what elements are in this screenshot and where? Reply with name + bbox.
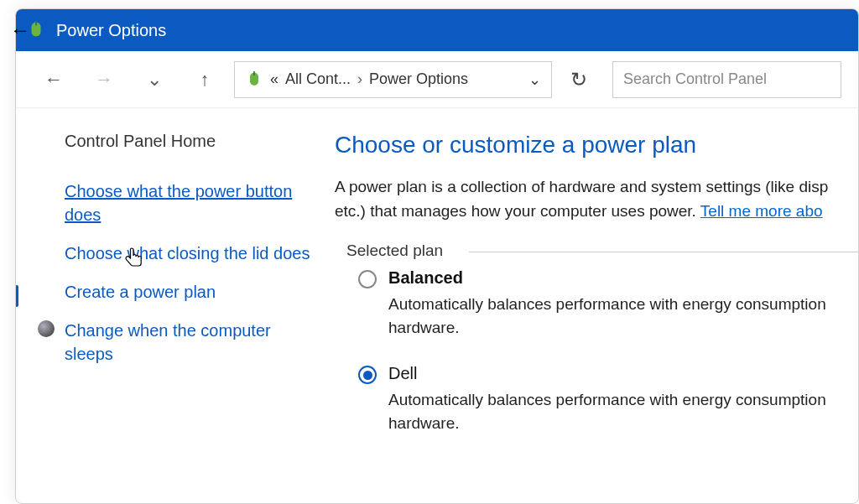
power-options-icon bbox=[245, 70, 263, 89]
power-plan-option[interactable]: Dell Automatically balances performance … bbox=[358, 357, 858, 453]
titlebar[interactable]: Power Options bbox=[16, 9, 858, 51]
control-panel-home-link[interactable]: Control Panel Home bbox=[65, 132, 320, 151]
selected-plan-group: Selected plan Balanced Automatically bal… bbox=[335, 243, 858, 453]
page-description: A power plan is a collection of hardware… bbox=[335, 175, 858, 223]
plan-name: Dell bbox=[388, 364, 858, 383]
window-title: Power Options bbox=[56, 21, 166, 40]
chevron-right-icon: › bbox=[357, 70, 362, 88]
nav-history-dropdown[interactable]: ⌄ bbox=[133, 61, 175, 98]
refresh-button[interactable]: ↻ bbox=[560, 61, 597, 98]
group-divider bbox=[469, 252, 858, 252]
radio-dell[interactable] bbox=[358, 366, 377, 384]
plan-description: Automatically balances performance with … bbox=[388, 293, 858, 339]
address-dropdown-icon[interactable]: ⌄ bbox=[528, 70, 541, 89]
tell-me-more-link[interactable]: Tell me more abo bbox=[700, 202, 823, 220]
main-panel: Choose or customize a power plan A power… bbox=[335, 108, 858, 503]
sidebar-link-closing-lid[interactable]: Choose what closing the lid does bbox=[65, 242, 320, 265]
power-plan-option[interactable]: Balanced Automatically balances performa… bbox=[358, 262, 858, 357]
search-input[interactable]: Search Control Panel bbox=[612, 61, 841, 98]
page-heading: Choose or customize a power plan bbox=[335, 132, 858, 158]
nav-back-button[interactable]: ← bbox=[33, 61, 75, 98]
svg-rect-0 bbox=[35, 21, 37, 26]
svg-rect-1 bbox=[253, 71, 255, 75]
radio-balanced[interactable] bbox=[358, 270, 377, 288]
address-bar[interactable]: « All Cont... › Power Options ⌄ bbox=[234, 61, 552, 98]
chevron-down-icon: ⌄ bbox=[147, 69, 162, 91]
selected-plan-legend: Selected plan bbox=[340, 242, 450, 260]
breadcrumb-segment[interactable]: All Cont... bbox=[285, 70, 351, 88]
sidebar-link-create-plan[interactable]: Create a power plan bbox=[65, 280, 320, 304]
nav-forward-button: → bbox=[83, 61, 125, 98]
sidebar-link-computer-sleeps[interactable]: Change when the computer sleeps bbox=[65, 319, 320, 366]
nav-up-button[interactable]: ↑ bbox=[184, 61, 226, 98]
sidebar-link-power-button[interactable]: Choose what the power button does bbox=[65, 179, 320, 226]
sidebar: Control Panel Home Choose what the power… bbox=[16, 108, 335, 503]
plan-description: Automatically balances performance with … bbox=[388, 388, 858, 434]
content-area: Control Panel Home Choose what the power… bbox=[16, 108, 858, 503]
window-frame: Power Options ← → ⌄ ↑ « All Cont... › Po… bbox=[15, 8, 859, 504]
navigation-toolbar: ← → ⌄ ↑ « All Cont... › Power Options ⌄ … bbox=[16, 51, 858, 108]
search-placeholder: Search Control Panel bbox=[623, 70, 767, 88]
plan-name: Balanced bbox=[388, 268, 858, 288]
outer-back-arrow-icon: ← bbox=[10, 18, 30, 42]
breadcrumb-segment[interactable]: Power Options bbox=[369, 70, 468, 88]
refresh-icon: ↻ bbox=[570, 68, 587, 91]
breadcrumb-prefix: « bbox=[270, 70, 279, 88]
